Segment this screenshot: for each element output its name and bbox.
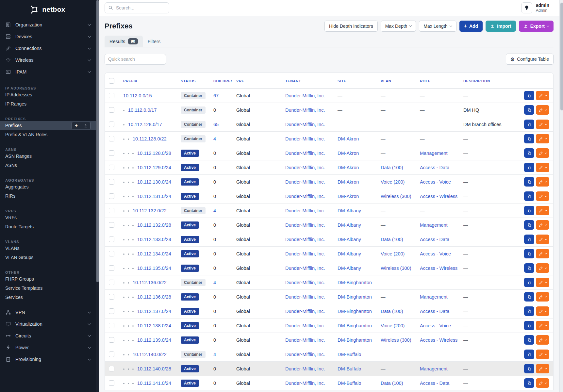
search-input[interactable] (105, 2, 169, 13)
edit-button[interactable] (536, 91, 549, 100)
vlan-link[interactable]: Voice (200) (381, 323, 405, 328)
edit-button[interactable] (536, 105, 549, 115)
copy-button[interactable] (524, 177, 534, 187)
tenant-link[interactable]: Dunder-Mifflin, Inc. (285, 122, 325, 127)
tenant-link[interactable]: Dunder-Mifflin, Inc. (285, 151, 325, 156)
role-link[interactable]: Access - Data (420, 309, 449, 314)
sidebar-item-ip-addresses[interactable]: IP Addresses (0, 90, 96, 99)
tenant-link[interactable]: Dunder-Mifflin, Inc. (285, 208, 325, 213)
site-link[interactable]: DM-Albany (338, 208, 361, 213)
row-checkbox[interactable] (109, 208, 114, 213)
site-link[interactable]: DM-Albany (338, 222, 361, 228)
prefix-link[interactable]: 10.112.0.0/17 (128, 107, 157, 113)
prefix-link[interactable]: 10.112.140.0/28 (137, 366, 171, 371)
prefix-link[interactable]: 10.112.134.0/24 (137, 251, 171, 256)
children-count-link[interactable]: 4 (213, 352, 216, 357)
sidebar-item-aggregates[interactable]: Aggregates (0, 182, 96, 191)
site-link[interactable]: DM-Buffalo (338, 366, 361, 371)
sidebar-item-service-templates[interactable]: Service Templates (0, 284, 96, 293)
sidebar-item-connections[interactable]: Connections (0, 42, 96, 54)
row-checkbox[interactable] (109, 337, 114, 343)
row-checkbox[interactable] (109, 280, 114, 285)
edit-button[interactable] (536, 263, 549, 273)
copy-button[interactable] (524, 235, 534, 244)
vlan-link[interactable]: Data (100) (381, 309, 403, 314)
site-link[interactable]: DM-Albany (338, 251, 361, 256)
copy-button[interactable] (524, 335, 534, 345)
copy-button[interactable] (524, 148, 534, 158)
row-checkbox[interactable] (109, 107, 114, 113)
site-link[interactable]: DM-Binghamton (338, 309, 372, 314)
role-link[interactable]: Access - Data (420, 237, 449, 242)
edit-button[interactable] (536, 177, 549, 187)
user-menu[interactable]: admin Admin (536, 3, 549, 13)
site-link[interactable]: DM-Binghamton (338, 294, 372, 300)
sidebar-item-services[interactable]: Services (0, 293, 96, 302)
prefix-link[interactable]: 10.112.137.0/24 (137, 309, 171, 314)
tenant-link[interactable]: Dunder-Mifflin, Inc. (285, 165, 325, 170)
edit-button[interactable] (536, 163, 549, 172)
sidebar-item-fhrp-groups[interactable]: FHRP Groups (0, 274, 96, 284)
row-checkbox[interactable] (109, 294, 114, 300)
sidebar-item-route-targets[interactable]: Route Targets (0, 222, 96, 231)
site-link[interactable]: DM-Akron (338, 165, 359, 170)
copy-button[interactable] (524, 134, 534, 143)
sidebar-item-wireless[interactable]: Wireless (0, 54, 96, 66)
copy-button[interactable] (524, 292, 534, 302)
import-button[interactable]: Import (486, 21, 516, 32)
tenant-link[interactable]: Dunder-Mifflin, Inc. (285, 323, 325, 328)
prefix-link[interactable]: 10.112.128.0/22 (133, 136, 167, 141)
role-link[interactable]: Access - Data (420, 381, 449, 386)
sidebar-item-ip-ranges[interactable]: IP Ranges (0, 99, 96, 108)
sidebar-item-asns[interactable]: ASNs (0, 161, 96, 170)
max-depth-dropdown[interactable]: Max Depth (381, 21, 416, 32)
row-checkbox[interactable] (109, 366, 114, 371)
site-link[interactable]: DM-Akron (338, 151, 359, 156)
tenant-link[interactable]: Dunder-Mifflin, Inc. (285, 309, 325, 314)
sidebar-import-button[interactable] (81, 122, 91, 129)
site-link[interactable]: DM-Albany (338, 237, 361, 242)
site-link[interactable]: DM-Buffalo (338, 352, 361, 357)
hide-depth-indicators-button[interactable]: Hide Depth Indicators (324, 21, 378, 32)
site-link[interactable]: DM-Albany (338, 266, 361, 271)
sidebar-item-rirs[interactable]: RIRs (0, 191, 96, 201)
copy-button[interactable] (524, 263, 534, 273)
quick-search-input[interactable] (105, 54, 166, 65)
export-dropdown[interactable]: Export (519, 21, 554, 32)
tenant-link[interactable]: Dunder-Mifflin, Inc. (285, 251, 325, 256)
site-link[interactable]: DM-Binghamton (338, 323, 372, 328)
max-length-dropdown[interactable]: Max Length (419, 21, 456, 32)
sidebar-item-vlans[interactable]: VLANs (0, 244, 96, 253)
site-link[interactable]: DM-Akron (338, 194, 359, 199)
role-link[interactable]: Management (420, 366, 448, 371)
sidebar-item-vlan-groups[interactable]: VLAN Groups (0, 253, 96, 262)
tenant-link[interactable]: Dunder-Mifflin, Inc. (285, 222, 325, 228)
copy-button[interactable] (524, 278, 534, 287)
tenant-link[interactable]: Dunder-Mifflin, Inc. (285, 294, 325, 300)
tenant-link[interactable]: Dunder-Mifflin, Inc. (285, 179, 325, 185)
prefix-link[interactable]: 10.112.136.0/22 (133, 280, 167, 285)
tenant-link[interactable]: Dunder-Mifflin, Inc. (285, 266, 325, 271)
prefix-link[interactable]: 10.112.128.0/28 (137, 151, 171, 156)
page-scrollbar[interactable] (559, 0, 563, 392)
theme-toggle-button[interactable] (521, 2, 532, 13)
edit-button[interactable] (536, 206, 549, 215)
site-link[interactable]: DM-Akron (338, 179, 359, 185)
prefix-link[interactable]: 10.112.135.0/24 (137, 266, 171, 271)
copy-button[interactable] (524, 105, 534, 115)
add-button[interactable]: + Add (459, 21, 483, 32)
sidebar-item-vpn[interactable]: VPN (0, 306, 96, 318)
edit-button[interactable] (536, 220, 549, 230)
copy-button[interactable] (524, 163, 534, 172)
children-count-link[interactable]: 65 (213, 122, 219, 127)
role-link[interactable]: Access - Voice (420, 179, 451, 185)
prefix-link[interactable]: 10.112.141.0/24 (137, 381, 171, 386)
edit-button[interactable] (536, 378, 549, 388)
site-link[interactable]: DM-Binghamton (338, 280, 372, 285)
vlan-link[interactable]: Wireless (300) (381, 194, 411, 199)
copy-button[interactable] (524, 378, 534, 388)
copy-button[interactable] (524, 350, 534, 359)
sidebar-item-provisioning[interactable]: Provisioning (0, 353, 96, 365)
prefix-link[interactable]: 10.112.132.0/28 (137, 222, 171, 228)
edit-button[interactable] (536, 306, 549, 316)
